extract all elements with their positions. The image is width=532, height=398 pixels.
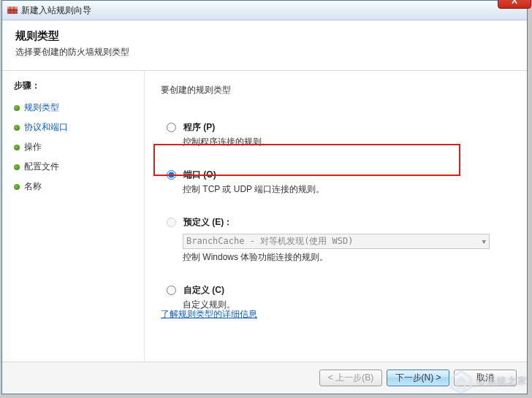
titlebar[interactable]: 新建入站规则向导 X — [2, 1, 527, 20]
steps-sidebar: 步骤： 规则类型 协议和端口 操作 配置文件 名称 — [2, 71, 145, 361]
wizard-footer: < 上一步(B) 下一步(N) > 取消 — [2, 361, 527, 394]
option-port[interactable]: 端口 (O) 控制 TCP 或 UDP 端口连接的规则。 — [161, 164, 509, 200]
page-title: 规则类型 — [15, 29, 514, 43]
svg-rect-1 — [7, 7, 18, 9]
rule-type-options: 程序 (P) 控制程序连接的规则。 端口 (O) 控制 TCP 或 UDP 端口… — [161, 117, 509, 315]
wizard-window: 新建入站规则向导 X 规则类型 选择要创建的防火墙规则类型 步骤： 规则类型 协… — [1, 0, 528, 394]
radio-custom[interactable] — [167, 286, 176, 295]
chevron-down-icon: ▼ — [482, 238, 486, 245]
wizard-header: 规则类型 选择要创建的防火墙规则类型 — [2, 20, 527, 71]
radio-port[interactable] — [167, 170, 176, 180]
bullet-icon — [14, 164, 20, 170]
step-action[interactable]: 操作 — [14, 137, 135, 157]
wizard-body: 步骤： 规则类型 协议和端口 操作 配置文件 名称 要创 — [2, 71, 527, 361]
cancel-button[interactable]: 取消 — [454, 370, 517, 386]
next-button[interactable]: 下一步(N) > — [387, 370, 449, 386]
firewall-icon — [7, 4, 18, 16]
radio-program[interactable] — [167, 123, 176, 132]
predefined-dropdown[interactable]: BranchCache - 对等机发现(使用 WSD) ▼ — [183, 234, 490, 249]
step-rule-type[interactable]: 规则类型 — [14, 98, 135, 118]
option-program[interactable]: 程序 (P) 控制程序连接的规则。 — [161, 117, 509, 153]
step-name[interactable]: 名称 — [14, 177, 135, 196]
bullet-icon — [14, 184, 20, 190]
bullet-icon — [14, 105, 20, 111]
back-button[interactable]: < 上一步(B) — [319, 370, 382, 386]
steps-heading: 步骤： — [14, 80, 135, 92]
radio-predefined[interactable] — [167, 218, 176, 227]
learn-more-link[interactable]: 了解规则类型的详细信息 — [161, 308, 257, 321]
step-profile[interactable]: 配置文件 — [14, 157, 135, 177]
option-predefined[interactable]: 预定义 (E)： BranchCache - 对等机发现(使用 WSD) ▼ 控… — [161, 212, 509, 268]
page-subtitle: 选择要创建的防火墙规则类型 — [15, 46, 514, 58]
content-pane: 要创建的规则类型 程序 (P) 控制程序连接的规则。 端口 (O) 控制 TCP… — [145, 71, 527, 361]
bullet-icon — [14, 145, 20, 150]
window-title: 新建入站规则向导 — [21, 4, 91, 17]
content-heading: 要创建的规则类型 — [161, 84, 509, 96]
step-protocol-port[interactable]: 协议和端口 — [14, 118, 135, 137]
close-button[interactable]: X — [498, 0, 531, 9]
bullet-icon — [14, 125, 20, 131]
